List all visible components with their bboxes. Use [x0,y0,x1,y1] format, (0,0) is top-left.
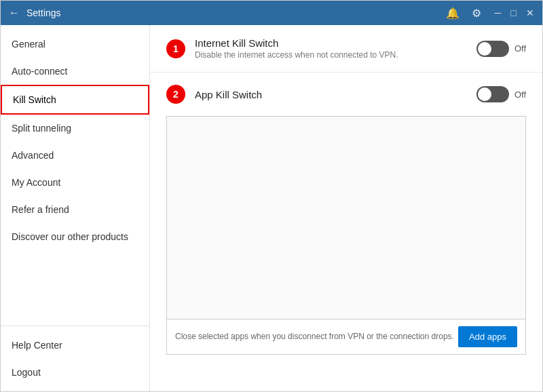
app-ks-toggle[interactable] [476,86,509,102]
app-ks-title: App Kill Switch [195,89,476,100]
maximize-button[interactable]: □ [511,7,517,18]
internet-ks-toggle-label: Off [514,43,526,54]
sidebar-item-kill-switch[interactable]: Kill Switch [1,85,149,115]
sidebar-item-discover[interactable]: Discover our other products [1,223,149,250]
app-ks-toggle-label: Off [514,90,526,100]
close-button[interactable]: ✕ [526,7,534,18]
internet-ks-description: Disable the internet access when not con… [195,50,476,60]
titlebar-icons: 🔔 ⚙ [446,7,481,20]
window-controls: ─ □ ✕ [495,7,534,18]
settings-window: ← Settings 🔔 ⚙ ─ □ ✕ GeneralAuto-connect… [0,0,543,392]
app-kill-switch-row: 2 App Kill Switch Off [150,73,542,116]
app-ks-toggle-area: Off [476,86,526,102]
gear-icon[interactable]: ⚙ [472,7,481,20]
internet-ks-title: Internet Kill Switch [195,37,476,49]
minimize-button[interactable]: ─ [495,7,502,18]
sidebar-item-auto-connect[interactable]: Auto-connect [1,58,149,85]
sidebar-item-refer-a-friend[interactable]: Refer a friend [1,196,149,223]
sidebar-item-general[interactable]: General [1,31,149,58]
sidebar-item-logout[interactable]: Logout [1,359,149,386]
add-apps-button[interactable]: Add apps [458,326,517,347]
sidebar-item-my-account[interactable]: My Account [1,169,149,196]
window-title: Settings [26,7,446,18]
internet-ks-toggle-area: Off [476,41,526,57]
sidebar-item-split-tunneling[interactable]: Split tunneling [1,115,149,142]
footer-text: Close selected apps when you disconnect … [175,331,458,342]
content-panel: 1 Internet Kill Switch Disable the inter… [150,25,542,391]
sidebar-bottom: Help CenterLogout [1,326,149,391]
sidebar-item-help-center[interactable]: Help Center [1,332,149,359]
internet-ks-toggle[interactable] [476,41,509,57]
internet-kill-switch-row: 1 Internet Kill Switch Disable the inter… [150,25,542,73]
main-area: GeneralAuto-connectKill SwitchSplit tunn… [1,25,542,391]
internet-ks-text: Internet Kill Switch Disable the interne… [195,37,476,60]
app-ks-badge: 2 [166,85,185,104]
titlebar: ← Settings 🔔 ⚙ ─ □ ✕ [1,1,542,25]
sidebar-item-advanced[interactable]: Advanced [1,142,149,169]
back-button[interactable]: ← [9,7,20,19]
app-list-footer: Close selected apps when you disconnect … [166,319,526,355]
internet-ks-badge: 1 [166,39,185,58]
sidebar-nav: GeneralAuto-connectKill SwitchSplit tunn… [1,25,149,326]
sidebar: GeneralAuto-connectKill SwitchSplit tunn… [1,25,150,391]
bell-icon[interactable]: 🔔 [446,7,460,20]
app-list-box [166,116,526,319]
app-ks-text: App Kill Switch [195,89,476,100]
